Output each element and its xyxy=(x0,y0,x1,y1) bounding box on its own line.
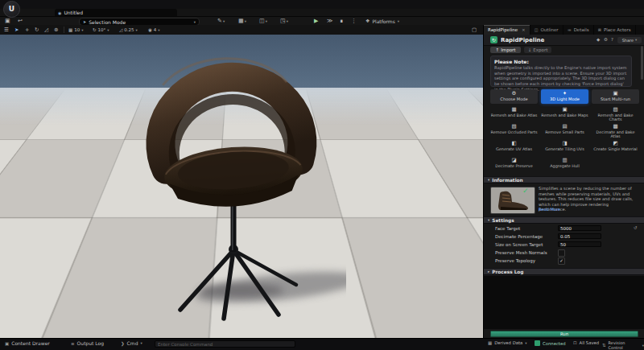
preset-button[interactable]: ▨Remesh and Bake Charts xyxy=(592,107,639,123)
stop-button[interactable]: ∎ xyxy=(340,17,343,25)
connection-status[interactable]: Connected xyxy=(535,340,566,346)
connected-status-icon xyxy=(535,340,540,346)
save-icon[interactable]: ▣ xyxy=(5,17,10,25)
platforms-label: Platforms xyxy=(372,19,394,24)
import-button[interactable]: ↑ Import xyxy=(490,47,521,53)
tab-outliner[interactable]: ◫ Outliner xyxy=(530,25,564,35)
preset-button[interactable]: ◧Generate UV Atlas xyxy=(490,141,538,157)
preset-icon: ▦ xyxy=(511,107,516,113)
preset-button[interactable]: ▧Remove Occluded Parts xyxy=(490,124,538,140)
multi-run-button[interactable]: ▣ Start Multi-run xyxy=(592,89,639,104)
export-button[interactable]: ↓ Export xyxy=(524,47,551,53)
preset-button[interactable]: ▦Remesh and Bake Atlas xyxy=(490,107,538,123)
revision-control-label: Revision Control xyxy=(609,340,640,350)
all-saved-status[interactable]: ⊡ All Saved xyxy=(573,340,599,345)
viewport-options-icon[interactable]: ☰ xyxy=(4,25,9,35)
read-more-link[interactable]: Read More xyxy=(539,207,560,212)
undo-icon[interactable]: ↩ xyxy=(18,17,23,25)
help-icon[interactable]: ? xyxy=(611,37,613,42)
close-icon[interactable]: × xyxy=(522,27,526,32)
face-target-input[interactable] xyxy=(558,225,601,231)
import-icon: ↑ xyxy=(496,47,500,52)
quick-add-icon: ▦ xyxy=(238,17,244,25)
screen-size-target-input[interactable] xyxy=(558,241,601,247)
run-button[interactable]: Run xyxy=(490,331,638,337)
chevron-down-icon: ▾ xyxy=(135,28,137,32)
preset-button[interactable]: ▤Remove Small Parts xyxy=(541,124,588,140)
cinematics-dropdown[interactable]: ◫▾ xyxy=(259,17,267,25)
information-section-header[interactable]: ▾ Information xyxy=(484,176,644,183)
modes-dropdown[interactable]: ◳▾ xyxy=(280,17,288,25)
preserve-normals-checkbox[interactable] xyxy=(558,249,565,257)
preset-button[interactable]: ◨Generate Tiling UVs xyxy=(541,141,588,157)
rapidpipeline-logo-icon: ↻ xyxy=(490,36,497,43)
process-log-section-header[interactable]: ▸ Process Log xyxy=(484,268,644,275)
tab-rapidpipeline[interactable]: RapidPipeline × xyxy=(484,25,530,35)
multi-run-label: Start Multi-run xyxy=(601,97,630,102)
play-button[interactable]: ▶ xyxy=(314,17,318,25)
platforms-dropdown[interactable]: ❖ Platforms ▾ xyxy=(365,17,399,25)
reset-to-default-icon[interactable]: ↺ xyxy=(634,225,638,230)
console-command-input[interactable] xyxy=(155,340,295,348)
preset-icon: ▤ xyxy=(562,124,567,130)
skip-frame-button[interactable]: ≫ xyxy=(327,17,332,25)
move-tool-icon[interactable]: + xyxy=(25,25,29,35)
world-coordinate-icon[interactable]: ⊕ xyxy=(54,25,58,35)
camera-speed-control[interactable]: ◉ 4 ▾ xyxy=(148,25,160,35)
settings-title: Settings xyxy=(492,218,514,223)
quick-add-dropdown[interactable]: ▦▾ xyxy=(238,17,246,25)
preset-label: Generate Tiling UVs xyxy=(545,147,584,151)
select-tool-icon[interactable]: ➤ xyxy=(14,25,19,35)
setting-label: Preserve Mesh Normals xyxy=(495,250,547,255)
scale-snap-control[interactable]: ◿ 0.25 ▾ xyxy=(119,25,138,35)
rotation-snap-control[interactable]: ↻ 10° ▾ xyxy=(93,25,109,35)
tab-label: Outliner xyxy=(540,27,558,32)
decimate-percentage-input[interactable] xyxy=(558,233,601,239)
share-dropdown[interactable]: Share ▾ xyxy=(617,37,642,43)
panel-scrollbar[interactable] xyxy=(641,46,643,80)
preset-label: Remesh and Bake Atlas xyxy=(491,113,538,117)
preset-icon: ◨ xyxy=(562,141,567,146)
connection-label: Connected xyxy=(543,341,566,346)
rotate-tool-icon[interactable]: ↻ xyxy=(35,25,39,35)
preset-button[interactable]: ▩Decimate and Bake Atlas xyxy=(592,124,639,140)
preset-label: Decimate and Bake Atlas xyxy=(592,130,639,139)
preset-button[interactable]: ▣Remesh and Bake Maps xyxy=(541,107,588,123)
level-viewport[interactable]: You are in Level Sequencer Editor previe… xyxy=(0,35,483,338)
rotation-snap-icon: ↻ xyxy=(93,25,97,35)
light-mode-button[interactable]: ✦ 3D Light Mode xyxy=(541,89,588,104)
cmd-dropdown[interactable]: ❯ Cmd ▾ xyxy=(121,340,142,346)
play-options-kebab-icon[interactable]: ⋮ xyxy=(351,17,357,25)
blueprint-icon: ✎ xyxy=(217,17,222,25)
preset-label: Generate UV Atlas xyxy=(496,147,532,151)
preset-button[interactable]: ◩Create Single Material xyxy=(592,141,639,157)
scale-tool-icon[interactable]: ◿ xyxy=(44,25,48,35)
blueprints-dropdown[interactable]: ✎▾ xyxy=(217,17,225,25)
preserve-topology-checkbox[interactable]: ✓ xyxy=(558,257,565,265)
setting-label: Size on Screen Target xyxy=(495,242,543,247)
choose-mode-button[interactable]: ⚙ Choose Mode xyxy=(490,89,538,104)
unreal-editor-window: U FileEditWindowToolsBuildSelectActorHel… xyxy=(0,0,644,350)
level-tab-label: Untitled xyxy=(64,10,83,15)
chevron-down-icon: ▾ xyxy=(398,19,399,23)
tab-details[interactable]: ≔ Details xyxy=(564,25,594,35)
settings-section-header[interactable]: ▾ Settings xyxy=(484,216,644,224)
derived-data-dropdown[interactable]: ▦ Derived Data ▾ xyxy=(488,340,527,345)
preset-button[interactable]: ◪Decimate Preserve xyxy=(490,158,538,174)
revision-control-dropdown[interactable]: ⇅ Revision Control ▾ xyxy=(602,340,644,350)
level-tab[interactable]: ◉ Untitled xyxy=(55,9,177,16)
unreal-logo-icon[interactable]: U xyxy=(3,1,20,18)
viewport-notice-bar: You are in Level Sequencer Editor previe… xyxy=(0,323,483,332)
gear-icon[interactable]: ⚙ xyxy=(604,37,608,42)
output-log-button[interactable]: ≡ Output Log xyxy=(71,340,104,346)
maximize-viewport-icon[interactable]: ▢ xyxy=(472,25,477,35)
chevron-down-icon: ▾ xyxy=(107,28,109,32)
tab-place-actors[interactable]: ⊞ Place Actors xyxy=(594,25,636,35)
grid-snap-icon: ▦ xyxy=(68,25,72,35)
pin-icon[interactable]: ◆ xyxy=(597,37,600,42)
chair-3d-model[interactable] xyxy=(121,44,346,322)
content-drawer-button[interactable]: ▣ Content Drawer xyxy=(5,340,50,346)
preset-button[interactable]: ▥Aggregate Hull xyxy=(541,158,588,174)
grid-snap-control[interactable]: ▦ 10 ▾ xyxy=(68,25,83,35)
light-mode-icon: ✦ xyxy=(563,91,567,97)
